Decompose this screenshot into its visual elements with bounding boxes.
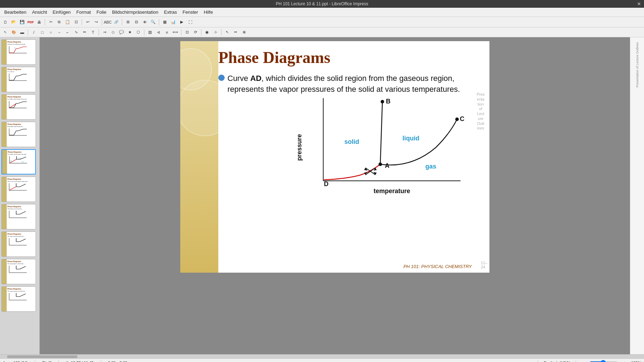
menu-bearbeiten[interactable]: Bearbeiten [1,9,29,15]
open-button[interactable]: 📂 [10,18,18,26]
rotate-tool[interactable]: ⟳ [192,28,199,36]
thumb-strip-1 [2,40,7,64]
menu-bildschirm[interactable]: Bildschirmpräsentation [109,9,161,15]
3d-tool[interactable]: ⬡ [135,28,142,36]
display-button[interactable]: ⛶ [186,18,194,26]
save-button[interactable]: 💾 [18,18,26,26]
block-arrow-tool[interactable]: ⇒ [101,28,108,36]
select-mode-button[interactable]: ↖ [1,28,9,36]
flowchart-tool[interactable]: ◇ [109,28,117,36]
pointer-tool[interactable]: ↖ [223,28,231,36]
circle-tool[interactable]: ○ [47,28,55,36]
points-tool[interactable]: ◉ [203,28,211,36]
liquid-region-label: liquid [402,135,419,142]
sep-draw-6 [221,29,221,36]
copy-button[interactable]: ⧉ [55,18,63,26]
zoom-minus[interactable]: − [582,361,584,362]
thumb-chart-9 [7,265,29,274]
paste-button[interactable]: 📋 [64,18,71,26]
redo-button[interactable]: ↪ [92,18,100,26]
svg-line-18 [9,187,16,190]
menu-fenster[interactable]: Fenster [180,9,201,15]
thumb-inner-6: Phase Diagrams This curve is at the phas… [7,177,36,202]
sep-draw-1 [28,29,28,36]
slide-thumb-6[interactable]: Phase Diagrams This curve is at the phas… [1,177,36,202]
zoom-plus[interactable]: + [623,361,625,362]
distribute-tool[interactable]: ⟺ [171,28,179,36]
thumb-inner-1: Phase Diagrams Heating, the melting poin… [7,40,36,64]
insert-chart-button[interactable]: 📊 [169,18,177,26]
thumb-inner-9: Phase Diagrams The temperature of which … [7,259,36,284]
grid-button[interactable]: ⊞ [124,18,132,26]
color-fill-button[interactable]: 🎨 [10,28,18,36]
horizontal-scrollbar[interactable] [0,354,644,358]
slide-thumb-1[interactable]: Phase Diagrams Heating, the melting poin… [1,39,36,65]
new-button[interactable]: 🗋 [1,18,9,26]
undo-button[interactable]: ↩ [84,18,92,26]
align-tool[interactable]: ≡ [163,28,171,36]
slide-thumb-4[interactable]: Phase Diagrams Phase AD, which divides t… [1,122,36,147]
language-indicator: Englisch (USA) [544,361,570,362]
snap-button[interactable]: ⊟ [132,18,140,26]
slide-thumb-3[interactable]: Phase Diagrams Curve AD, which divides t… [1,94,36,120]
clone-button[interactable]: ⊡ [72,18,80,26]
group-tool[interactable]: ⊡ [183,28,191,36]
shadow-tool[interactable]: ▨ [146,28,154,36]
thumb-strip-3 [2,95,7,119]
slide-thumb-9[interactable]: Phase Diagrams The temperature of which … [1,259,36,284]
slide-thumb-7[interactable]: Phase Diagrams This phase is at the phas… [1,204,36,229]
star-tool[interactable]: ★ [126,28,134,36]
hyperlink-button[interactable]: 🔗 [112,18,120,26]
view-button[interactable]: 👁 [141,18,149,26]
scrollbar-thumb[interactable] [7,355,77,358]
thumb-chart-4 [7,127,29,137]
navigator-tool[interactable]: ⊕ [240,28,248,36]
print-button[interactable]: 🖶 [35,18,43,26]
curve-tool[interactable]: ∿ [72,28,80,36]
rect-tool[interactable]: □ [38,28,46,36]
slide-thumb-10[interactable]: Phase Diagrams The vapor pressure at whi… [1,286,36,312]
presentation-outline-panel: Presentation of Lecture Outlines [630,37,644,354]
slide[interactable]: Phase Diagrams Curve AD, which divides t… [180,41,490,273]
thumb-inner-8: Phase Diagrams The vapor pressure about … [7,232,36,256]
menu-format[interactable]: Format [74,9,94,15]
freeform-tool[interactable]: ✏ [81,28,88,36]
thumb-title-9: Phase Diagrams [7,260,35,262]
thumb-title-8: Phase Diagrams [7,233,35,235]
status-bar: 4 von 102 (94) Titel2 🖱 10,77 / 11,45 0,… [0,358,644,362]
zoom-button[interactable]: 🔍 [149,18,157,26]
solid-region-label: solid [344,138,359,145]
slide-thumb-5[interactable]: Phase Diagrams Curve AD, which divides t… [1,149,36,174]
presentation-button[interactable]: ▶ [178,18,186,26]
menu-einfuegen[interactable]: Einfügen [50,9,74,15]
status-sep-3 [101,360,101,362]
cut-button[interactable]: ✂ [47,18,55,26]
glue-tool[interactable]: ⊹ [212,28,219,36]
slide-thumb-8[interactable]: Phase Diagrams The vapor pressure about … [1,231,36,257]
pdf-button[interactable]: PDF [27,18,35,26]
menu-hilfe[interactable]: Hilfe [201,9,216,15]
thumb-strip-8 [2,232,7,256]
annotation-tool[interactable]: ✏ [232,28,239,36]
line-tool[interactable]: / [30,28,38,36]
menu-ansicht[interactable]: Ansicht [29,9,50,15]
recording-indicator: ● [530,361,532,362]
slide-panel[interactable]: Phase Diagrams Heating, the melting poin… [0,37,40,354]
slide-thumb-2[interactable]: Phase Diagrams if T is above... [1,67,36,92]
point-c-dot [455,118,459,121]
align-left-tool[interactable]: ⫷ [155,28,162,36]
zoom-slider[interactable] [589,360,618,362]
spellcheck-button[interactable]: ABC [104,18,112,26]
arrow-tool[interactable]: → [55,28,63,36]
insert-table-button[interactable]: ▦ [161,18,169,26]
thumb-title-10: Phase Diagrams [7,288,35,290]
close-button[interactable]: ✕ [637,1,641,7]
menu-extras[interactable]: Extras [161,9,180,15]
callout-tool[interactable]: 💬 [118,28,125,36]
connector-tool[interactable]: ⌐ [64,28,71,36]
menu-folie[interactable]: Folie [94,9,109,15]
line-color-button[interactable]: ▬ [18,28,26,36]
text-tool[interactable]: T [89,28,97,36]
point-c-label: C [460,115,464,122]
thumb-inner-3: Phase Diagrams Curve AD, which divides t… [7,95,36,119]
